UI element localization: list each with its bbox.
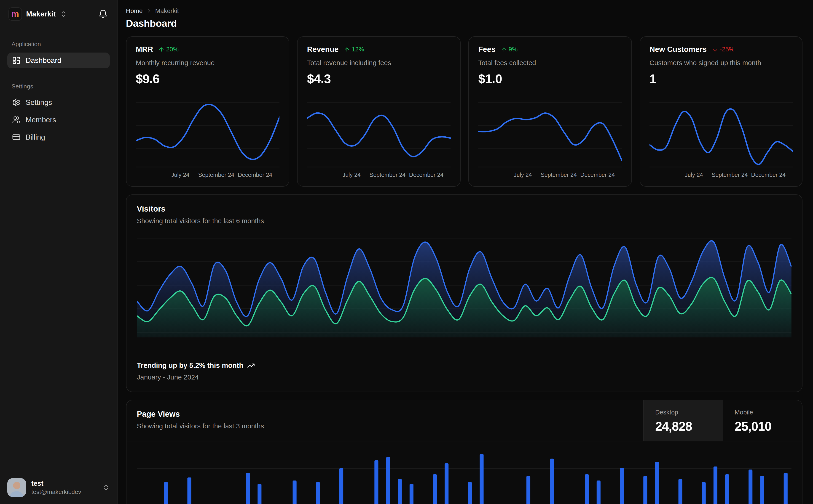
tab-value: 25,010 xyxy=(735,419,802,434)
page-views-title: Page Views xyxy=(137,410,633,419)
axis-tick: December 24 xyxy=(409,172,444,178)
gear-icon xyxy=(12,98,21,107)
visitors-title: Visitors xyxy=(137,204,792,213)
axis-tick: July 24 xyxy=(685,172,703,178)
chevrons-up-down-icon xyxy=(102,484,110,491)
credit-card-icon xyxy=(12,133,21,141)
nav-section-application: Application Dashboard xyxy=(7,41,110,68)
stat-description: Monthly recurring revenue xyxy=(136,59,280,67)
breadcrumb: Home Makerkit xyxy=(126,7,803,15)
sparkline-axis: July 24 September 24 December 24 xyxy=(650,172,793,179)
stat-card-new-customers: New Customers -25% Customers who signed … xyxy=(640,36,802,187)
arrow-up-icon xyxy=(344,46,350,53)
sidebar-nav: Application Dashboard Settings Settings … xyxy=(0,41,117,472)
stat-value: $4.3 xyxy=(307,72,450,86)
stat-change: 12% xyxy=(352,46,364,53)
page-views-bar-chart xyxy=(137,441,792,504)
mrr-sparkline-chart xyxy=(136,95,280,167)
visitors-panel: Visitors Showing total visitors for the … xyxy=(126,194,803,392)
stat-change: 9% xyxy=(509,46,518,53)
stat-description: Total revenue including fees xyxy=(307,59,450,67)
breadcrumb-home-link[interactable]: Home xyxy=(126,7,143,15)
sparkline-axis: July 24 September 24 December 24 xyxy=(307,172,450,179)
stat-title: New Customers xyxy=(650,45,707,54)
trend-badge: 12% xyxy=(344,46,364,53)
axis-tick: July 24 xyxy=(171,172,189,178)
axis-tick: July 24 xyxy=(342,172,361,178)
sidebar-header: m Makerkit xyxy=(0,0,117,21)
makerkit-logo: m xyxy=(8,7,22,21)
sidebar-item-label: Dashboard xyxy=(26,56,61,65)
workspace-selector[interactable]: m Makerkit xyxy=(8,7,67,21)
axis-tick: July 24 xyxy=(514,172,532,178)
logo-letter: m xyxy=(11,10,19,19)
axis-tick: September 24 xyxy=(541,172,577,178)
axis-tick: December 24 xyxy=(238,172,272,178)
trend-badge: -25% xyxy=(712,46,734,53)
trend-badge: 9% xyxy=(501,46,518,53)
axis-tick: December 24 xyxy=(580,172,615,178)
revenue-sparkline-chart xyxy=(307,95,450,167)
trend-badge: 20% xyxy=(158,46,178,53)
sidebar: m Makerkit Application Dashboard Setting… xyxy=(0,0,117,504)
trend-text: Trending up by 5.2% this month xyxy=(137,361,243,370)
stat-card-mrr: MRR 20% Monthly recurring revenue $9.6 J… xyxy=(126,36,290,187)
sidebar-item-settings[interactable]: Settings xyxy=(7,95,110,110)
bell-icon xyxy=(98,9,108,19)
sidebar-item-label: Members xyxy=(26,116,56,124)
sparkline-axis: July 24 September 24 December 24 xyxy=(478,172,622,179)
user-meta: test test@makerkit.dev xyxy=(31,479,81,496)
user-menu[interactable]: test test@makerkit.dev xyxy=(0,472,117,504)
axis-tick: September 24 xyxy=(712,172,748,178)
main-content: Home Makerkit Dashboard MRR 20% Monthly … xyxy=(117,0,813,504)
chevrons-up-down-icon xyxy=(60,11,67,18)
stat-title: Fees xyxy=(478,45,495,54)
stat-value: $1.0 xyxy=(478,72,622,86)
breadcrumb-current: Makerkit xyxy=(155,7,179,15)
page-views-tabs: Desktop 24,828 Mobile 25,010 xyxy=(643,400,802,441)
nav-section-settings: Settings Settings Members Billing xyxy=(7,83,110,145)
arrow-down-icon xyxy=(712,46,718,53)
visitors-date-range: January - June 2024 xyxy=(137,373,792,381)
sidebar-item-label: Billing xyxy=(26,133,45,141)
tab-value: 24,828 xyxy=(655,419,723,434)
users-icon xyxy=(12,116,21,124)
page-views-panel: Page Views Showing total visitors for th… xyxy=(126,400,803,504)
page-views-subtitle: Showing total visitors for the last 3 mo… xyxy=(137,422,633,430)
visitors-footer-trend: Trending up by 5.2% this month xyxy=(137,361,792,370)
tab-label: Desktop xyxy=(655,409,723,416)
sidebar-item-members[interactable]: Members xyxy=(7,112,110,128)
page-title: Dashboard xyxy=(126,18,803,29)
sidebar-item-label: Settings xyxy=(26,98,52,107)
chevron-right-icon xyxy=(146,8,152,14)
stat-change: -25% xyxy=(720,46,734,53)
tab-mobile[interactable]: Mobile 25,010 xyxy=(723,400,802,441)
tab-label: Mobile xyxy=(735,409,802,416)
notifications-button[interactable] xyxy=(97,8,109,20)
axis-tick: December 24 xyxy=(751,172,786,178)
stat-value: $9.6 xyxy=(136,72,280,86)
user-avatar xyxy=(7,478,26,497)
stat-value: 1 xyxy=(650,72,793,86)
stat-card-fees: Fees 9% Total fees collected $1.0 July 2… xyxy=(468,36,632,187)
tab-desktop[interactable]: Desktop 24,828 xyxy=(643,400,723,441)
page-views-header: Page Views Showing total visitors for th… xyxy=(126,400,802,441)
stat-description: Total fees collected xyxy=(478,59,622,67)
sparkline-axis: July 24 September 24 December 24 xyxy=(136,172,280,179)
sidebar-item-billing[interactable]: Billing xyxy=(7,129,110,145)
stat-description: Customers who signed up this month xyxy=(650,59,793,67)
arrow-up-icon xyxy=(501,46,507,53)
fees-sparkline-chart xyxy=(478,95,622,167)
stat-change: 20% xyxy=(166,46,178,53)
visitors-subtitle: Showing total visitors for the last 6 mo… xyxy=(137,217,792,225)
layout-dashboard-icon xyxy=(12,56,21,65)
stat-cards-row: MRR 20% Monthly recurring revenue $9.6 J… xyxy=(126,36,803,187)
sidebar-item-dashboard[interactable]: Dashboard xyxy=(7,53,110,68)
arrow-up-icon xyxy=(158,46,164,53)
section-label: Settings xyxy=(7,83,110,90)
stat-card-revenue: Revenue 12% Total revenue including fees… xyxy=(297,36,461,187)
user-name: test xyxy=(31,479,81,488)
app-window: m Makerkit Application Dashboard Setting… xyxy=(0,0,813,504)
axis-tick: September 24 xyxy=(369,172,405,178)
section-label: Application xyxy=(7,41,110,48)
